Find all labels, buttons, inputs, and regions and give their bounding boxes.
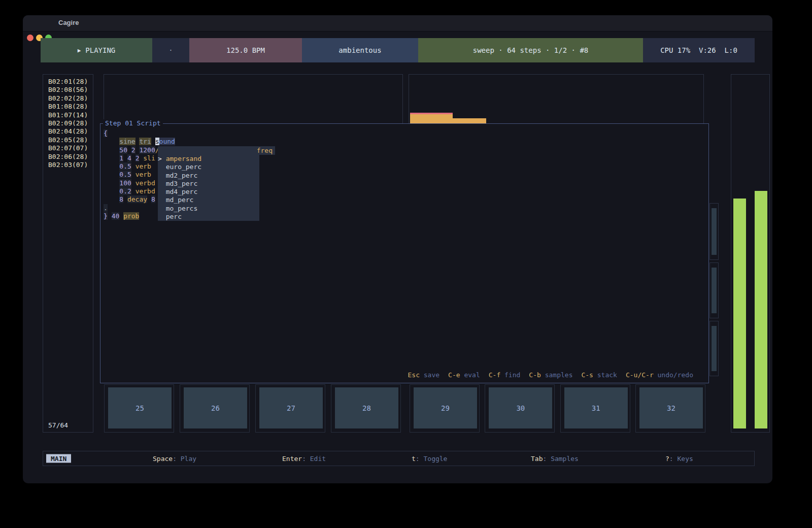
sample-list-item[interactable]: B02:08(56) (48, 86, 88, 94)
completion-item[interactable]: perc (158, 213, 259, 221)
keybind-hint: C-b samples (529, 371, 572, 379)
step-slot: 30 (485, 384, 555, 433)
background-cell (709, 262, 719, 318)
keybind-hint: C-f find (489, 371, 521, 379)
step-cell[interactable]: 30 (489, 387, 552, 428)
play-icon: ▶ (78, 47, 81, 54)
top-status-bar: ▶PLAYING · 125.0 BPM ambientous sweep · … (41, 38, 755, 62)
background-cell (709, 203, 719, 260)
beat-dot-indicator: · (152, 38, 189, 62)
keybind-hint: Esc save (408, 371, 439, 379)
sample-list: B02:01(28)B02:08(56)B02:02(28)B01:08(28)… (48, 78, 88, 169)
level-meters-panel (731, 74, 770, 433)
step-cell[interactable]: 26 (184, 387, 247, 428)
statusbar-hint: Space: Play (153, 455, 196, 463)
app-screen: Cagire ▶PLAYING · 125.0 BPM ambientous s… (0, 0, 812, 528)
waveform-block-tall (410, 113, 453, 123)
sample-list-item[interactable]: B02:06(28) (48, 153, 88, 161)
step-slot: 26 (180, 384, 250, 433)
statusbar-hint: t: Toggle (412, 455, 447, 463)
sample-list-item[interactable]: B02:04(28) (48, 127, 88, 136)
transport-status: ▶PLAYING (41, 38, 152, 62)
completion-item[interactable]: md2_perc (158, 172, 259, 180)
background-cell-column (710, 74, 719, 433)
step-cell-group-left: 25262728 (104, 384, 401, 433)
close-window-icon[interactable] (27, 35, 33, 41)
editor-title: Step 01 Script (103, 119, 163, 127)
step-slot: 28 (331, 384, 401, 433)
code-line: sine tri sound (104, 138, 175, 146)
level-meter-left (733, 199, 746, 428)
statusbar-hint: Tab: Samples (531, 455, 579, 463)
background-cell (709, 321, 719, 376)
grid-panel-right (409, 74, 704, 124)
completion-item[interactable]: md_perc (158, 196, 259, 204)
step-counter: 57/64 (48, 421, 68, 429)
keybind-hint: C-e eval (448, 371, 480, 379)
grid-panel-left (104, 74, 403, 124)
level-meter-right (755, 191, 767, 428)
step-cell[interactable]: 25 (108, 387, 172, 428)
system-stats: CPU 17% V:26 L:0 (643, 38, 755, 62)
keybind-hint: C-u/C-r undo/redo (626, 371, 693, 379)
completion-popup: > ampersand euro_perc md2_perc md3_perc … (158, 155, 259, 221)
completion-item[interactable]: euro_perc (158, 163, 259, 171)
step-slot: 29 (410, 384, 480, 433)
pattern-info: sweep · 64 steps · 1/2 · #8 (418, 38, 643, 62)
sample-list-item[interactable]: B02:03(07) (48, 161, 88, 169)
step-slot: 31 (560, 384, 630, 433)
mode-badge: MAIN (46, 454, 71, 463)
code-line: { (104, 129, 175, 138)
sample-list-item[interactable]: B02:01(28) (48, 78, 88, 86)
step-cell[interactable]: 29 (414, 387, 477, 428)
bottom-status-bar: MAIN Space: PlayEnter: Editt: ToggleTab:… (43, 451, 755, 466)
step-cell[interactable]: 31 (564, 387, 628, 428)
sample-list-panel: B02:01(28)B02:08(56)B02:02(28)B01:08(28)… (43, 74, 93, 433)
step-slot: 32 (635, 384, 705, 433)
sample-list-item[interactable]: B01:08(28) (48, 103, 88, 111)
scene-name: ambientous (302, 38, 418, 62)
step-slot: 27 (255, 384, 325, 433)
sample-list-item[interactable]: B02:09(28) (48, 119, 88, 127)
step-cell[interactable]: 27 (259, 387, 323, 428)
waveform-block-short (453, 118, 486, 123)
keybind-hint: C-s stack (581, 371, 617, 379)
window-title: Cagire (58, 19, 79, 26)
sample-list-item[interactable]: B02:07(07) (48, 144, 88, 152)
statusbar-hint: Enter: Edit (282, 455, 326, 463)
completion-signature: freq (158, 146, 275, 155)
step-slot: 25 (104, 384, 174, 433)
completion-item[interactable]: mo_percs (158, 205, 259, 213)
sample-list-item[interactable]: B02:05(28) (48, 136, 88, 144)
statusbar-hint: ?: Keys (665, 455, 693, 463)
sample-list-item[interactable]: B02:02(28) (48, 94, 88, 103)
step-cell[interactable]: 28 (335, 387, 398, 428)
editor-keybinds: Esc saveC-e evalC-f findC-b samplesC-s s… (408, 371, 693, 379)
transport-label: PLAYING (85, 46, 115, 54)
completion-item[interactable]: > ampersand (158, 155, 259, 163)
step-cell[interactable]: 32 (639, 387, 703, 428)
bpm-display: 125.0 BPM (189, 38, 302, 62)
sample-list-item[interactable]: B01:07(14) (48, 111, 88, 119)
window-titlebar (23, 15, 772, 31)
script-editor[interactable]: Step 01 Script { sine tri sound 50 2 120… (100, 123, 709, 383)
completion-item[interactable]: md3_perc (158, 180, 259, 188)
completion-item[interactable]: md4_perc (158, 188, 259, 196)
step-cell-group-right: 29303132 (410, 384, 705, 433)
